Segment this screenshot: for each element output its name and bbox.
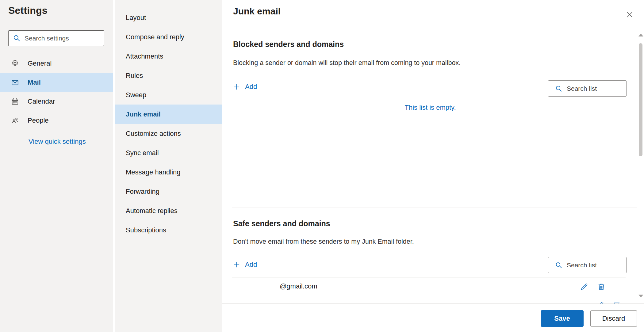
close-icon — [626, 11, 634, 18]
mail-icon — [11, 78, 19, 87]
settings-search[interactable] — [8, 30, 104, 46]
calendar-icon — [11, 97, 19, 105]
scrollbar-thumb[interactable] — [639, 43, 642, 156]
blocked-search-input[interactable] — [567, 85, 622, 92]
view-quick-settings-link[interactable]: View quick settings — [29, 138, 86, 146]
settings-dialog: Settings General — [0, 0, 644, 332]
sidebar-item-label: General — [28, 59, 52, 67]
blocked-empty-text: This list is empty. — [222, 104, 639, 112]
pencil-icon — [580, 282, 588, 291]
delete-button[interactable] — [596, 281, 607, 292]
safe-search-input[interactable] — [567, 261, 622, 269]
discard-button[interactable]: Discard — [590, 310, 637, 327]
sidebar-item-label: Calendar — [28, 97, 55, 105]
blocked-add-button[interactable]: Add — [233, 83, 257, 91]
safe-add-button[interactable]: Add — [233, 261, 257, 269]
category-rules[interactable]: Rules — [115, 66, 222, 85]
safe-sender-row[interactable]: @gmail.com — [232, 277, 626, 295]
category-sweep[interactable]: Sweep — [115, 85, 222, 105]
sidebar-item-label: People — [28, 116, 49, 124]
delete-button[interactable] — [611, 300, 622, 303]
safe-search-list[interactable] — [548, 257, 627, 273]
category-customize-actions[interactable]: Customize actions — [115, 124, 222, 143]
gear-icon — [11, 59, 19, 67]
safe-sender-value: @gmail.com — [280, 282, 317, 290]
edit-button[interactable] — [579, 281, 589, 292]
save-button[interactable]: Save — [541, 310, 584, 327]
safe-senders-description: Don't move email from these senders to m… — [233, 238, 414, 246]
people-icon — [11, 116, 19, 124]
header-divider — [222, 30, 644, 30]
blocked-senders-description: Blocking a sender or domain will stop th… — [233, 59, 461, 67]
pane-title: Junk email — [233, 6, 281, 17]
row-actions — [579, 278, 607, 296]
settings-title: Settings — [8, 5, 48, 16]
blocked-search-list[interactable] — [548, 80, 627, 97]
trash-icon — [597, 283, 605, 291]
scrollbar-down-arrow[interactable] — [638, 295, 643, 297]
plus-icon — [233, 261, 240, 268]
category-compose-and-reply[interactable]: Compose and reply — [115, 27, 222, 47]
section-divider — [232, 208, 637, 208]
category-automatic-replies[interactable]: Automatic replies — [115, 201, 222, 220]
scrollbar-up-arrow[interactable] — [638, 34, 643, 36]
search-icon — [555, 261, 562, 269]
junk-email-pane: Junk email Blocked senders and domains B… — [222, 0, 644, 332]
category-subscriptions[interactable]: Subscriptions — [115, 220, 222, 240]
search-icon — [13, 34, 21, 42]
edit-button[interactable] — [595, 300, 605, 303]
settings-search-input[interactable] — [25, 35, 98, 42]
plus-icon — [233, 83, 240, 90]
category-layout[interactable]: Layout — [115, 8, 222, 27]
safe-senders-heading: Safe senders and domains — [233, 219, 330, 228]
sidebar-item-people[interactable]: People — [0, 111, 113, 130]
category-forwarding[interactable]: Forwarding — [115, 182, 222, 201]
sidebar-nav: General Mail — [0, 54, 113, 130]
sidebar-item-mail[interactable]: Mail — [0, 73, 113, 92]
sidebar-item-general[interactable]: General — [0, 54, 113, 73]
category-junk-email[interactable]: Junk email — [115, 105, 222, 124]
safe-sender-row-partial — [595, 299, 632, 303]
category-sync-email[interactable]: Sync email — [115, 143, 222, 162]
add-label: Add — [245, 83, 257, 91]
settings-sidebar: Settings General — [0, 0, 113, 332]
mail-settings-categories: Layout Compose and reply Attachments Rul… — [115, 0, 222, 332]
sidebar-item-calendar[interactable]: Calendar — [0, 92, 113, 111]
footer-bar: Save Discard — [222, 303, 644, 332]
blocked-senders-heading: Blocked senders and domains — [233, 40, 344, 49]
category-message-handling[interactable]: Message handling — [115, 162, 222, 182]
search-icon — [555, 85, 562, 92]
category-attachments[interactable]: Attachments — [115, 47, 222, 66]
close-button[interactable] — [623, 8, 636, 21]
add-label: Add — [245, 261, 257, 269]
sidebar-item-label: Mail — [28, 78, 41, 86]
